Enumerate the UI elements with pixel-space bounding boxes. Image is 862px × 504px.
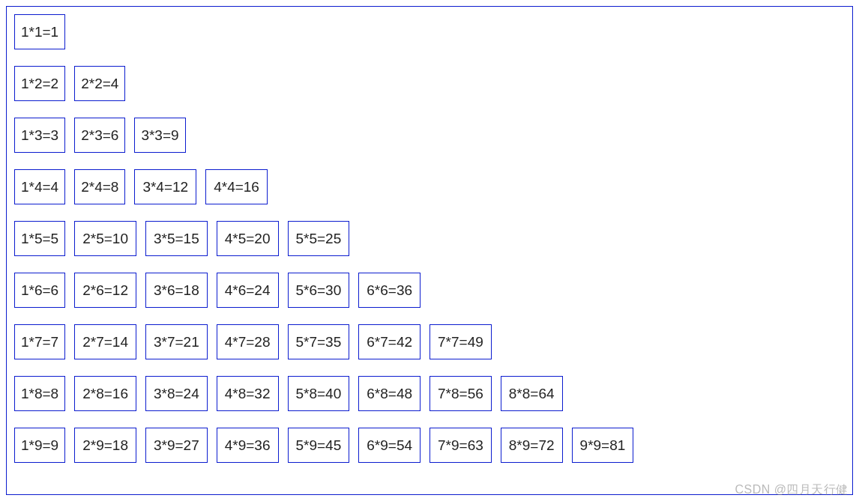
table-cell: 1*3=3 <box>14 118 65 153</box>
table-cell: 4*6=24 <box>217 273 279 308</box>
table-cell: 5*6=30 <box>288 273 350 308</box>
table-cell: 2*7=14 <box>74 324 136 359</box>
table-cell: 9*9=81 <box>572 428 634 463</box>
table-row: 1*9=9 2*9=18 3*9=27 4*9=36 5*9=45 6*9=54… <box>14 428 845 463</box>
table-cell: 7*9=63 <box>430 428 492 463</box>
table-row: 1*7=7 2*7=14 3*7=21 4*7=28 5*7=35 6*7=42… <box>14 324 845 359</box>
table-cell: 6*9=54 <box>358 428 421 463</box>
table-cell: 4*9=36 <box>217 428 279 463</box>
table-cell: 3*3=9 <box>134 118 185 153</box>
table-row: 1*3=3 2*3=6 3*3=9 <box>14 118 845 153</box>
table-cell: 5*7=35 <box>288 324 350 359</box>
table-cell: 8*8=64 <box>501 376 563 411</box>
table-cell: 2*2=4 <box>74 66 125 101</box>
table-row: 1*8=8 2*8=16 3*8=24 4*8=32 5*8=40 6*8=48… <box>14 376 845 411</box>
table-row: 1*4=4 2*4=8 3*4=12 4*4=16 <box>14 169 845 204</box>
table-cell: 5*5=25 <box>288 221 350 256</box>
table-cell: 7*7=49 <box>430 324 492 359</box>
table-cell: 2*3=6 <box>74 118 125 153</box>
table-cell: 1*5=5 <box>14 221 65 256</box>
table-cell: 1*4=4 <box>14 169 65 204</box>
table-cell: 4*7=28 <box>217 324 279 359</box>
table-cell: 6*7=42 <box>358 324 421 359</box>
multiplication-table-container: 1*1=1 1*2=2 2*2=4 1*3=3 2*3=6 3*3=9 1*4=… <box>6 6 853 495</box>
table-row: 1*5=5 2*5=10 3*5=15 4*5=20 5*5=25 <box>14 221 845 256</box>
table-cell: 6*6=36 <box>358 273 421 308</box>
table-cell: 3*8=24 <box>145 376 208 411</box>
table-row: 1*2=2 2*2=4 <box>14 66 845 101</box>
table-cell: 6*8=48 <box>358 376 421 411</box>
table-cell: 1*9=9 <box>14 428 65 463</box>
table-cell: 1*7=7 <box>14 324 65 359</box>
table-cell: 5*9=45 <box>288 428 350 463</box>
table-cell: 7*8=56 <box>430 376 492 411</box>
table-cell: 3*4=12 <box>134 169 196 204</box>
table-row: 1*1=1 <box>14 14 845 49</box>
table-cell: 3*5=15 <box>145 221 208 256</box>
table-cell: 4*5=20 <box>217 221 279 256</box>
table-cell: 2*8=16 <box>74 376 136 411</box>
table-cell: 2*6=12 <box>74 273 136 308</box>
table-cell: 3*7=21 <box>145 324 208 359</box>
table-cell: 5*8=40 <box>288 376 350 411</box>
table-cell: 1*1=1 <box>14 14 65 49</box>
table-cell: 3*6=18 <box>145 273 208 308</box>
table-cell: 1*6=6 <box>14 273 65 308</box>
table-cell: 1*8=8 <box>14 376 65 411</box>
table-cell: 2*4=8 <box>74 169 125 204</box>
table-row: 1*6=6 2*6=12 3*6=18 4*6=24 5*6=30 6*6=36 <box>14 273 845 308</box>
table-cell: 3*9=27 <box>145 428 208 463</box>
table-cell: 4*8=32 <box>217 376 279 411</box>
table-cell: 2*5=10 <box>74 221 136 256</box>
table-cell: 4*4=16 <box>205 169 268 204</box>
table-cell: 2*9=18 <box>74 428 136 463</box>
table-cell: 1*2=2 <box>14 66 65 101</box>
table-cell: 8*9=72 <box>501 428 563 463</box>
